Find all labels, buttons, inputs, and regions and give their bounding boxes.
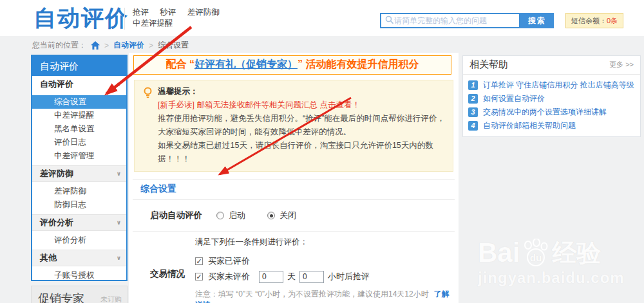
- banner-link-haoping[interactable]: 好评有礼（促销专家）: [194, 59, 298, 69]
- trade-status-label: 交易情况: [150, 268, 191, 280]
- help-item-number: 3: [468, 107, 478, 117]
- search-input[interactable]: [394, 16, 519, 25]
- help-more-link[interactable]: 更多 >>: [609, 60, 634, 69]
- trade-note: 注意：填写 “0”天 “0”小时，为不设置抢评功能，建议使用14天12小时: [195, 289, 429, 298]
- help-title: 相关帮助: [469, 59, 508, 71]
- tips-alert-link[interactable]: [新手必读] 邮箱无法接收邮件等相关问题汇总 点击查看！: [158, 98, 445, 112]
- search-bar: 搜索: [380, 13, 554, 28]
- help-link-1[interactable]: 订单抢评 守住店铺信用积分 抢出店铺高等级: [483, 80, 634, 91]
- sidebar-item-review-manage[interactable]: 中差评管理: [32, 149, 126, 163]
- sidebar-item-analysis[interactable]: 评价分析: [32, 234, 126, 247]
- form-row-auto-review: 启动自动评价 启动 关闭: [133, 200, 455, 232]
- radio-icon-checked[interactable]: [267, 212, 275, 219]
- sidebar-item-general-settings[interactable]: 综合设置: [32, 95, 126, 109]
- help-item: 3 交易情况中的两个设置选项详细讲解: [468, 106, 635, 119]
- sms-balance-value: 0条: [607, 17, 618, 24]
- radio-icon[interactable]: [216, 212, 224, 219]
- breadcrumb-prefix: 您当前的位置：: [32, 40, 86, 51]
- sidebar-section-label: 差评防御: [40, 165, 73, 182]
- sidebar-items-group: 评价分析: [32, 231, 126, 250]
- sidebar-section-label: 其他: [40, 250, 57, 266]
- auto-review-label: 启动自动评价: [150, 210, 202, 221]
- help-item-number: 2: [468, 94, 478, 104]
- days-input[interactable]: [259, 271, 283, 283]
- breadcrumb-link-autorate[interactable]: 自动评价: [113, 40, 144, 51]
- sidebar-section-label: 评价分析: [40, 214, 73, 231]
- sidebar-title: 自动评价: [32, 56, 126, 76]
- sidebar-item-defense-log[interactable]: 防御日志: [32, 198, 126, 212]
- nav-qiangping[interactable]: 抢评: [133, 8, 149, 17]
- main-content: 配合 “好评有礼（促销专家）” 活动能有效提升信用积分 温馨提示： [新手必读]…: [129, 53, 459, 303]
- help-item-number: 1: [468, 80, 478, 90]
- tips-title: 温馨提示：: [158, 85, 445, 98]
- checkbox-buyer-unrated-label: 买家未评价: [208, 271, 250, 282]
- lightbulb-icon: [143, 87, 153, 104]
- help-link-3[interactable]: 交易情况中的两个设置选项详细讲解: [483, 107, 607, 118]
- chevron-down-icon: ∨: [117, 76, 121, 93]
- sidebar-item-defense[interactable]: 差评防御: [32, 185, 126, 198]
- banner-prefix: 配合 “: [166, 59, 194, 69]
- chevron-down-icon: ∨: [117, 165, 121, 182]
- app-logo: 自动评价: [33, 3, 129, 33]
- hours-input[interactable]: [299, 271, 324, 283]
- sidebar-items-group: 子账号授权: [32, 266, 126, 281]
- sidebar-item-subaccount-auth[interactable]: 子账号授权: [32, 269, 126, 281]
- sidebar-menu: 自动评价 自动评价 ∨ 综合设置 中差评提醒 黑名单设置 评价日志 中差评管理 …: [31, 55, 128, 281]
- search-icon: [385, 15, 394, 26]
- breadcrumb-separator: >: [104, 41, 109, 50]
- search-button[interactable]: 搜索: [520, 13, 554, 28]
- help-link-4[interactable]: 自动评价邮箱相关帮助问题: [483, 120, 576, 131]
- help-item: 4 自动评价邮箱相关帮助问题: [468, 119, 635, 133]
- promo-expert-box[interactable]: 促销专家 未订购: [31, 286, 128, 303]
- tips-line2: 如果交易结束已超过15天，请店长自行评价，淘宝接口只允许评价15天内的数据！！！: [158, 139, 445, 166]
- radio-close[interactable]: 关闭: [267, 210, 296, 221]
- top-header: 自动评价 抢评 秒评 差评防御 中差评提醒 搜索 短信余额：0条: [0, 0, 644, 36]
- radio-start-label: 启动: [229, 210, 245, 221]
- sidebar-item-review-reminder[interactable]: 中差评提醒: [32, 109, 126, 122]
- related-help-panel: 相关帮助 更多 >> 1 订单抢评 守住店铺信用积分 抢出店铺高等级 2 如何设…: [462, 55, 641, 137]
- help-item: 1 订单抢评 守住店铺信用积分 抢出店铺高等级: [468, 78, 635, 92]
- chevron-down-icon: ∨: [117, 250, 121, 266]
- breadcrumb-current: 综合设置: [158, 40, 189, 51]
- nav-miaoping[interactable]: 秒评: [160, 8, 176, 17]
- home-icon[interactable]: [91, 41, 100, 50]
- sidebar-section-auto-review[interactable]: 自动评价 ∨: [32, 76, 126, 93]
- radio-close-label: 关闭: [279, 210, 296, 221]
- divider: [124, 8, 125, 30]
- sidebar-section-other[interactable]: 其他 ∨: [32, 250, 126, 266]
- help-item: 2 如何设置自动评价: [468, 92, 635, 106]
- sidebar-items-group: 综合设置 中差评提醒 黑名单设置 评价日志 中差评管理: [32, 93, 126, 165]
- promo-title: 促销专家: [38, 291, 84, 303]
- chevron-down-icon: ∨: [117, 214, 121, 231]
- warm-tips-box: 温馨提示： [新手必读] 邮箱无法接收邮件等相关问题汇总 点击查看！ 推荐使用抢…: [134, 80, 453, 172]
- sidebar-section-label: 自动评价: [40, 76, 73, 93]
- checkbox-buyer-unrated[interactable]: ✓: [195, 273, 203, 280]
- radio-start[interactable]: 启动: [216, 210, 245, 221]
- sidebar-item-review-log[interactable]: 评价日志: [32, 136, 126, 149]
- form-row-trade-status: 交易情况 满足下列任一条件则进行评价： ✓ 买家已评价 ✓ 买家未评价 天 小时…: [133, 232, 455, 303]
- breadcrumb: 您当前的位置： > 自动评价 > 综合设置: [32, 40, 189, 51]
- tips-line1: 推荐使用抢评功能，避免丢失信用积分。“抢评”能在最后的时间点帮你进行评价，大家缩…: [158, 112, 445, 139]
- nav-chaping-defense[interactable]: 差评防御: [187, 8, 220, 17]
- checkbox-buyer-rated-label: 买家已评价: [208, 255, 250, 267]
- promo-status: 未订购: [100, 291, 122, 303]
- sidebar-section-analysis[interactable]: 评价分析 ∨: [32, 214, 126, 231]
- top-nav: 抢评 秒评 差评防御 中差评提醒: [133, 7, 229, 29]
- sidebar-items-group: 差评防御 防御日志: [32, 182, 126, 214]
- help-link-2[interactable]: 如何设置自动评价: [483, 93, 545, 104]
- breadcrumb-separator: >: [149, 41, 153, 50]
- sidebar-section-defense[interactable]: 差评防御 ∨: [32, 165, 126, 182]
- trade-intro: 满足下列任一条件则进行评价：: [195, 237, 455, 248]
- sms-balance-label: 短信余额：: [571, 17, 607, 24]
- help-item-number: 4: [468, 121, 478, 131]
- section-title: 综合设置: [133, 179, 455, 200]
- banner-suffix: ” 活动能有效提升信用积分: [298, 59, 419, 69]
- hour-unit-label: 小时后抢评: [328, 271, 370, 282]
- sidebar-item-blacklist-settings[interactable]: 黑名单设置: [32, 122, 126, 136]
- sms-balance-badge[interactable]: 短信余额：0条: [565, 13, 623, 28]
- checkbox-buyer-rated[interactable]: ✓: [195, 257, 203, 265]
- promo-banner: 配合 “好评有礼（促销专家）” 活动能有效提升信用积分: [133, 55, 451, 75]
- nav-review-reminder[interactable]: 中差评提醒: [133, 19, 173, 28]
- day-unit-label: 天: [287, 271, 296, 282]
